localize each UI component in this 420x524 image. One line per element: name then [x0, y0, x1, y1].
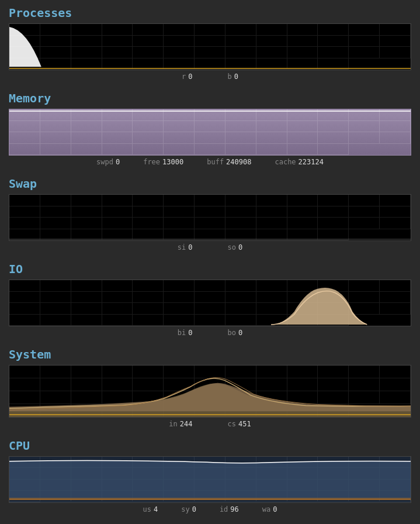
system-stat-in: in 244 — [169, 420, 192, 428]
swap-label-si: si — [178, 243, 186, 251]
io-value-bi: 0 — [188, 329, 192, 337]
system-svg — [9, 366, 411, 417]
cpu-chart — [9, 456, 411, 503]
system-chart — [9, 365, 411, 418]
memory-value-swpd: 0 — [116, 158, 120, 166]
cpu-stat-wa: wa 0 — [262, 505, 277, 513]
io-svg — [9, 280, 411, 326]
processes-label-r: r — [182, 73, 186, 81]
processes-value-b: 0 — [234, 73, 238, 81]
io-label-bo: bo — [228, 329, 236, 337]
cpu-title: CPU — [9, 439, 411, 453]
system-label-cs: cs — [228, 420, 236, 428]
cpu-section: CPU — [9, 439, 411, 513]
memory-stat-cache: cache 223124 — [275, 158, 323, 166]
system-stat-cs: cs 451 — [228, 420, 251, 428]
swap-value-si: 0 — [188, 243, 192, 251]
swap-svg — [9, 195, 411, 240]
cpu-value-sy: 0 — [192, 505, 196, 513]
system-value-in: 244 — [180, 420, 193, 428]
swap-stat-si: si 0 — [178, 243, 193, 251]
swap-stats: si 0 so 0 — [9, 243, 411, 251]
io-label-bi: bi — [178, 329, 186, 337]
cpu-svg — [9, 457, 411, 502]
memory-chart — [9, 109, 411, 156]
cpu-label-us: us — [143, 505, 151, 513]
cpu-stat-id: id 96 — [220, 505, 239, 513]
memory-value-cache: 223124 — [298, 158, 324, 166]
cpu-label-sy: sy — [181, 505, 189, 513]
swap-label-so: so — [228, 243, 236, 251]
cpu-value-wa: 0 — [273, 505, 277, 513]
processes-stat-b: b 0 — [228, 73, 238, 81]
swap-chart — [9, 194, 411, 241]
memory-stat-buff: buff 240908 — [207, 158, 251, 166]
io-stat-bi: bi 0 — [178, 329, 193, 337]
io-stats: bi 0 bo 0 — [9, 329, 411, 337]
swap-title: Swap — [9, 177, 411, 191]
cpu-label-id: id — [220, 505, 228, 513]
io-section: IO — [9, 262, 411, 337]
memory-value-buff: 240908 — [226, 158, 251, 166]
processes-stats: r 0 b 0 — [9, 73, 411, 81]
io-value-bo: 0 — [238, 329, 242, 337]
system-value-cs: 451 — [238, 420, 251, 428]
io-title: IO — [9, 262, 411, 276]
cpu-stat-sy: sy 0 — [181, 505, 196, 513]
memory-title: Memory — [9, 91, 411, 105]
io-chart — [9, 280, 411, 326]
memory-label-swpd: swpd — [96, 158, 113, 166]
system-title: System — [9, 347, 411, 361]
processes-stat-r: r 0 — [182, 73, 192, 81]
cpu-label-wa: wa — [262, 505, 270, 513]
processes-svg — [9, 24, 411, 70]
swap-section: Swap — [9, 177, 411, 251]
memory-stat-swpd: swpd 0 — [96, 158, 120, 166]
memory-label-buff: buff — [207, 158, 224, 166]
memory-svg — [9, 109, 411, 155]
memory-section: Memory — [9, 91, 411, 166]
swap-stat-so: so 0 — [228, 243, 243, 251]
cpu-stats: us 4 sy 0 id 96 wa 0 — [9, 505, 411, 513]
memory-stat-free: free 13000 — [143, 158, 183, 166]
cpu-value-id: 96 — [230, 505, 238, 513]
cpu-value-us: 4 — [154, 505, 158, 513]
processes-section: Processes — [9, 6, 411, 81]
memory-label-free: free — [143, 158, 160, 166]
processes-title: Processes — [9, 6, 411, 20]
memory-value-free: 13000 — [162, 158, 183, 166]
cpu-stat-us: us 4 — [143, 505, 158, 513]
system-section: System — [9, 347, 411, 428]
memory-label-cache: cache — [275, 158, 296, 166]
io-stat-bo: bo 0 — [228, 329, 243, 337]
processes-chart — [9, 23, 411, 70]
memory-stats: swpd 0 free 13000 buff 240908 cache 2231… — [9, 158, 411, 166]
processes-label-b: b — [228, 73, 232, 81]
system-label-in: in — [169, 420, 177, 428]
system-stats: in 244 cs 451 — [9, 420, 411, 428]
processes-value-r: 0 — [188, 73, 192, 81]
swap-value-so: 0 — [238, 243, 242, 251]
